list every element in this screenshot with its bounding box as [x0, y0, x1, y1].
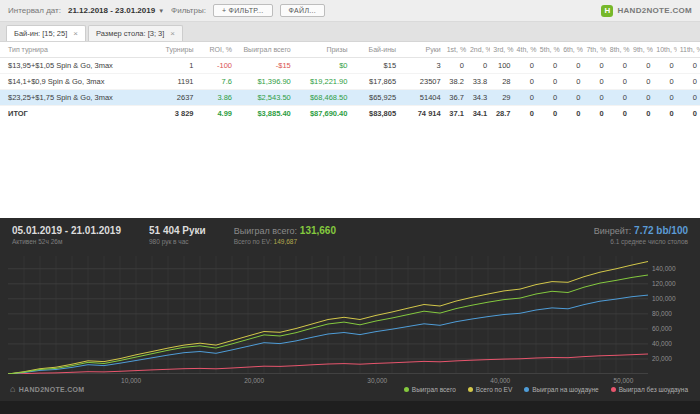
column-header[interactable]: ROI, %: [197, 42, 235, 58]
table-cell: $13,95+$1,05 Spin & Go, 3max: [0, 58, 152, 74]
column-header[interactable]: 11th, %: [677, 42, 700, 58]
column-header[interactable]: Призы: [294, 42, 351, 58]
graph-winnings-block: Выиграл всего: 131,660 Всего по EV: 149,…: [234, 225, 336, 245]
x-axis-label: 20,000: [244, 377, 264, 384]
chip-close-icon[interactable]: ×: [73, 30, 78, 38]
table-cell: 0: [467, 58, 490, 74]
table-cell: 0: [514, 58, 537, 74]
table-cell: 3.86: [197, 90, 235, 106]
column-header[interactable]: 10th, %: [653, 42, 676, 58]
column-header[interactable]: 1st, %: [444, 42, 467, 58]
column-header[interactable]: Бай-ины: [350, 42, 399, 58]
table-cell: $3,885.40: [235, 106, 294, 122]
table-row[interactable]: $23,25+$1,75 Spin & Go, 3max26373.86$2,5…: [0, 90, 700, 106]
legend-item-won-showdown[interactable]: Выиграл на шоудауне: [524, 386, 598, 393]
table-cell: 0: [583, 74, 606, 90]
file-button[interactable]: ФАЙЛ...: [280, 4, 325, 17]
add-filter-button[interactable]: + ФИЛЬТР...: [213, 4, 273, 17]
column-header[interactable]: 9th, %: [630, 42, 653, 58]
table-cell: $19,221.90: [294, 74, 351, 90]
date-interval-dropdown[interactable]: 21.12.2018 - 23.01.2019 ▼: [68, 6, 164, 15]
hand2note-logo-text: HAND2NOTE.COM: [617, 6, 692, 15]
table-cell: 2637: [152, 90, 197, 106]
graph-header: 05.01.2019 - 21.01.2019 Активен 52ч 26м …: [12, 225, 688, 245]
table-cell: 0: [677, 58, 700, 74]
table-cell: 1191: [152, 74, 197, 90]
table-cell: 0: [583, 58, 606, 74]
column-header[interactable]: 2nd, %: [467, 42, 490, 58]
legend-item-won-non-showdown[interactable]: Выиграл без шоудауна: [611, 386, 688, 393]
graph-hands-block: 51 404 Руки 980 рук в час: [149, 225, 206, 245]
table-cell: 0: [560, 74, 583, 90]
table-cell: 0: [537, 90, 560, 106]
table-cell: $14,1+$0,9 Spin & Go, 3max: [0, 74, 152, 90]
graph-active-time: Активен 52ч 26м: [12, 238, 121, 245]
filter-chip[interactable]: Размер стола: [3; 3]×: [88, 25, 183, 41]
toolbar: Интервал дат: 21.12.2018 - 23.01.2019 ▼ …: [0, 0, 700, 22]
chip-close-icon[interactable]: ×: [170, 30, 175, 38]
legend-label: Выиграл всего: [412, 386, 456, 393]
table-cell: 0: [653, 74, 676, 90]
column-header[interactable]: Выиграл всего: [235, 42, 294, 58]
y-axis-label: 140,000: [652, 265, 676, 272]
column-header[interactable]: Турниры: [152, 42, 197, 58]
table-cell: 0: [514, 106, 537, 122]
bottom-strip: [0, 401, 700, 414]
legend-label: Всего по EV: [476, 386, 512, 393]
table-cell: 0: [677, 74, 700, 90]
filter-chip[interactable]: Бай-ин: [15; 25]×: [6, 25, 86, 41]
y-axis-label: 80,000: [652, 310, 672, 317]
table-cell: 0: [560, 90, 583, 106]
winrate-label: Винрейт:: [594, 226, 632, 236]
table-cell: -$15: [235, 58, 294, 74]
table-cell: $0: [294, 58, 351, 74]
column-header[interactable]: 8th, %: [607, 42, 630, 58]
column-header[interactable]: 6th, %: [560, 42, 583, 58]
table-cell: $23,25+$1,75 Spin & Go, 3max: [0, 90, 152, 106]
column-header[interactable]: 3rd, %: [490, 42, 513, 58]
table-row[interactable]: $13,95+$1,05 Spin & Go, 3max1-100-$15$0$…: [0, 58, 700, 74]
table-row[interactable]: $14,1+$0,9 Spin & Go, 3max11917.6$1,396.…: [0, 74, 700, 90]
app-window: Интервал дат: 21.12.2018 - 23.01.2019 ▼ …: [0, 0, 700, 414]
table-cell: 0: [607, 90, 630, 106]
table-cell: $87,690.40: [294, 106, 351, 122]
table-cell: 0: [630, 106, 653, 122]
legend-dot-icon: [524, 387, 529, 392]
column-header[interactable]: 7th, %: [583, 42, 606, 58]
legend-dot-icon: [611, 387, 616, 392]
chevron-down-icon: ▼: [158, 8, 164, 14]
table-cell: 0: [653, 58, 676, 74]
legend-item-total-by-ev[interactable]: Всего по EV: [468, 386, 512, 393]
legend-dot-icon: [468, 387, 473, 392]
x-axis-label: 30,000: [367, 377, 387, 384]
table-cell: 0: [444, 58, 467, 74]
column-header[interactable]: Тип турнира: [0, 42, 152, 58]
column-header[interactable]: 5th, %: [537, 42, 560, 58]
table-cell: 37.1: [444, 106, 467, 122]
table-total-row[interactable]: ИТОГ3 8294.99$3,885.40$87,690.40$83,8057…: [0, 106, 700, 122]
table-cell: 1: [152, 58, 197, 74]
table-cell: 0: [607, 106, 630, 122]
won-total-value: 131,660: [300, 225, 336, 236]
table-cell: 0: [677, 90, 700, 106]
ev-total-value: 149,687: [274, 238, 298, 245]
filter-chips-bar: Бай-ин: [15; 25]×Размер стола: [3; 3]×: [0, 22, 700, 42]
legend-item-won-total[interactable]: Выиграл всего: [404, 386, 456, 393]
table-cell: 0: [560, 106, 583, 122]
footer-logo-text: HAND2NOTE.COM: [19, 386, 85, 393]
column-header[interactable]: Руки: [399, 42, 444, 58]
table-cell: 0: [630, 74, 653, 90]
table-cell: 0: [653, 90, 676, 106]
table-cell: 0: [537, 58, 560, 74]
table-cell: 33.8: [467, 74, 490, 90]
table-cell: 7.6: [197, 74, 235, 90]
table-cell: 23507: [399, 74, 444, 90]
graph-panel: 05.01.2019 - 21.01.2019 Активен 52ч 26м …: [0, 218, 700, 414]
graph-footer: ⌂ HAND2NOTE.COM Выиграл всегоВсего по EV…: [10, 384, 688, 394]
table-cell: 4.99: [197, 106, 235, 122]
graph-hands-count: 51 404 Руки: [149, 225, 206, 236]
graph-hands-per-hour: 980 рук в час: [149, 238, 206, 245]
table-cell: 0: [583, 90, 606, 106]
table-cell: 28: [490, 74, 513, 90]
column-header[interactable]: 4th, %: [514, 42, 537, 58]
